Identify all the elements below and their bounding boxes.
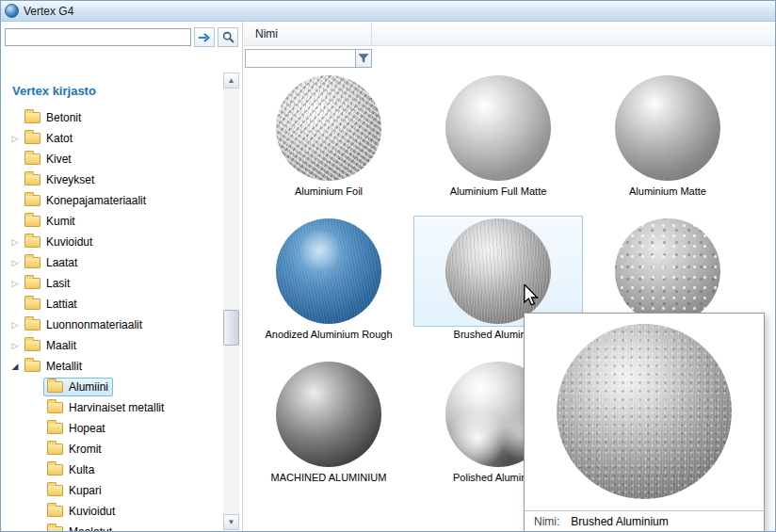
material-name: Aluminium Foil (244, 185, 413, 197)
filter-button[interactable] (355, 49, 372, 68)
tree-item-row: Maalit (21, 336, 81, 355)
expand-icon[interactable]: ▷ (9, 341, 21, 350)
tree-item-kromit[interactable]: Kromit (1, 439, 221, 459)
tree-item-kuvioidut[interactable]: ▷Kuvioidut (1, 232, 221, 252)
material-card-machined-aluminium[interactable]: MACHINED ALUMINIUM (244, 357, 413, 500)
tree-item-maalit[interactable]: ▷Maalit (1, 335, 221, 356)
tree-item-luonnonmateriaalit[interactable]: ▷Luonnonmateriaalit (1, 314, 221, 335)
expand-icon[interactable]: ▷ (9, 134, 21, 143)
expand-icon[interactable]: ▷ (9, 320, 21, 330)
tree-list: Betonit▷KatotKivetKiveyksetKonepajamater… (1, 107, 221, 531)
folder-icon (24, 153, 40, 165)
material-card-aluminium-full-matte[interactable]: Aluminium Full Matte (413, 71, 583, 214)
expand-icon[interactable]: ▷ (9, 258, 21, 267)
tree-item-label: Katot (46, 132, 73, 145)
tree-item-row: Kivet (21, 150, 76, 169)
tree-item-kumit[interactable]: Kumit (1, 211, 221, 232)
tree-item-row: Kuvioidut (21, 233, 97, 251)
tree-item-label: Harvinaiset metallit (69, 401, 164, 414)
folder-icon (47, 506, 63, 517)
material-card-aluminium-foil[interactable]: Aluminium Foil (244, 71, 413, 214)
folder-icon (24, 298, 40, 310)
tree-item-row: Lattiat (21, 295, 82, 314)
filter-row (244, 46, 775, 71)
scroll-up-icon[interactable]: ▲ (223, 73, 239, 89)
tree-item-kulta[interactable]: Kulta (1, 459, 221, 480)
tree-item-label: Konepajamateriaalit (46, 194, 146, 207)
tree-item-label: Betonit (46, 111, 81, 124)
window-titlebar: Vertex G4 (1, 1, 775, 22)
filter-input[interactable] (245, 49, 355, 68)
tree-item-label: Kulta (69, 463, 94, 476)
go-arrow-icon (198, 32, 211, 43)
scroll-thumb[interactable] (223, 310, 239, 346)
go-button[interactable] (194, 27, 215, 47)
folder-icon (24, 195, 40, 206)
tree-item-row: Laatat (21, 253, 82, 272)
tree-item-harvinaiset-metallit[interactable]: Harvinaiset metallit (1, 397, 221, 418)
tree-item-konepajamateriaalit[interactable]: Konepajamateriaalit (1, 190, 221, 211)
tree-item-kupari[interactable]: Kupari (1, 480, 221, 501)
tree-item-hopeat[interactable]: Hopeat (1, 418, 221, 439)
tree-item-label: Kiveykset (46, 173, 94, 186)
material-thumbnail (583, 216, 752, 327)
collapse-icon[interactable]: ◢ (9, 362, 21, 371)
folder-icon (24, 361, 40, 372)
tree-item-laatat[interactable]: ▷Laatat (1, 252, 221, 273)
material-name: Anodized Aluminium Rough (244, 329, 413, 340)
tree-item-kiveykset[interactable]: Kiveykset (1, 169, 221, 190)
tree-item-label: Alumiini (69, 380, 108, 394)
tree-item-label: Kivet (46, 153, 72, 166)
tree-item-row: Lasit (21, 274, 74, 293)
tree-item-maalatut[interactable]: Maalatut (1, 522, 221, 531)
material-sphere (276, 75, 381, 181)
vertex-g4-window: { "window": { "title": "Vertex G4" }, "t… (0, 0, 776, 532)
tree-item-kivet[interactable]: Kivet (1, 149, 221, 169)
search-button[interactable] (218, 27, 238, 47)
tree-item-lasit[interactable]: ▷Lasit (1, 273, 221, 294)
material-sphere (276, 362, 381, 467)
material-card-anodized-aluminium-rough[interactable]: Anodized Aluminium Rough (244, 214, 413, 357)
tree-scrollbar[interactable]: ▲ ▼ (223, 73, 239, 530)
material-thumbnail (244, 73, 413, 184)
material-sphere (615, 75, 720, 181)
tree-item-metallit[interactable]: ◢Metallit (1, 356, 221, 377)
tree-item-row: Metallit (21, 357, 87, 376)
tree-item-label: Kumit (46, 215, 75, 228)
scroll-down-icon[interactable]: ▼ (223, 514, 239, 530)
material-name: MACHINED ALUMINIUM (244, 472, 413, 483)
tree-item-lattiat[interactable]: Lattiat (1, 294, 221, 314)
tree-item-label: Kuvioidut (46, 235, 92, 249)
tree-item-row: Kiveykset (21, 170, 99, 189)
tree-item-kuvioidut[interactable]: Kuvioidut (1, 501, 221, 522)
tree-item-row: Konepajamateriaalit (21, 191, 151, 210)
folder-icon (24, 257, 40, 268)
tree-item-alumiini[interactable]: Alumiini (1, 377, 221, 397)
material-preview-popup: Nimi: Brushed Aluminium (524, 313, 765, 532)
material-thumbnail (413, 73, 583, 184)
material-sphere (276, 218, 381, 324)
tree-item-row: Kumit (21, 212, 80, 231)
library-tree: Vertex kirjasto Betonit▷KatotKivetKiveyk… (1, 69, 221, 531)
expand-icon[interactable]: ▷ (9, 237, 21, 247)
material-card-aluminium-matte[interactable]: Aluminium Matte (583, 71, 752, 214)
material-name: Aluminium Matte (583, 185, 752, 197)
search-input[interactable] (5, 28, 191, 46)
tree-item-label: Luonnonmateriaalit (46, 318, 142, 331)
folder-icon (47, 402, 63, 413)
tree-item-label: Metallit (46, 360, 82, 373)
folder-icon (24, 216, 40, 227)
folder-icon (47, 464, 63, 476)
tree-item-row: Alumiini (43, 378, 113, 396)
tree-item-betonit[interactable]: Betonit (1, 107, 221, 128)
tree-item-row: Maalatut (43, 523, 117, 531)
folder-icon (47, 423, 63, 434)
tree-item-label: Lattiat (46, 298, 77, 311)
tree-item-katot[interactable]: ▷Katot (1, 128, 221, 149)
column-header-nimi[interactable]: Nimi (244, 22, 372, 45)
tree-item-label: Hopeat (69, 422, 105, 435)
material-sphere (615, 218, 720, 324)
tree-item-label: Maalit (46, 339, 76, 352)
tree-item-label: Lasit (46, 277, 70, 290)
expand-icon[interactable]: ▷ (9, 279, 21, 288)
